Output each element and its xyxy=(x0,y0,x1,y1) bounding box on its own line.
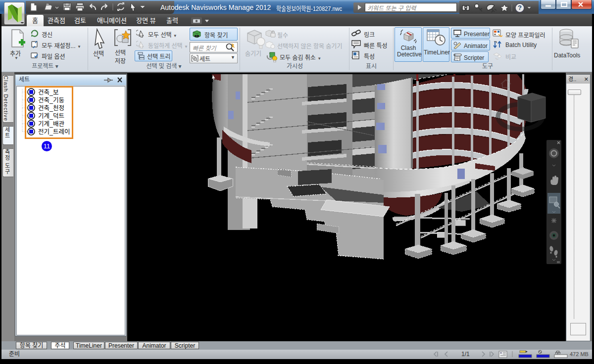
svg-text:1/1: 1/1 xyxy=(461,351,470,358)
svg-text:472 MB: 472 MB xyxy=(570,351,589,357)
svg-text:?: ? xyxy=(518,4,522,11)
